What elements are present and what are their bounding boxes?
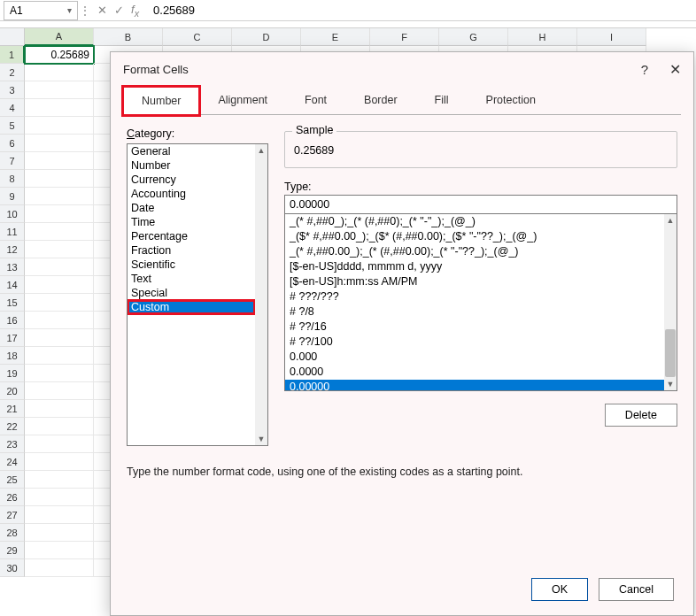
format-listbox[interactable]: _(* #,##0_);_(* (#,##0);_(* "-"_);_(@_)_… <box>284 214 677 391</box>
row-head-28[interactable]: 28 <box>0 524 25 542</box>
cell-A29[interactable] <box>25 542 94 559</box>
fx-icon[interactable]: fx <box>131 3 139 19</box>
cell-A10[interactable] <box>25 205 94 223</box>
row-head-3[interactable]: 3 <box>0 81 25 99</box>
category-item-scientific[interactable]: Scientific <box>128 258 255 272</box>
row-head-25[interactable]: 25 <box>0 471 25 489</box>
category-item-date[interactable]: Date <box>128 201 255 215</box>
cell-A25[interactable] <box>25 471 94 489</box>
tab-fill[interactable]: Fill <box>416 86 468 114</box>
cell-A11[interactable] <box>25 223 94 241</box>
row-head-2[interactable]: 2 <box>0 64 25 81</box>
row-head-23[interactable]: 23 <box>0 435 25 453</box>
row-head-20[interactable]: 20 <box>0 382 25 400</box>
cell-A27[interactable] <box>25 506 94 524</box>
cell-A23[interactable] <box>25 435 94 453</box>
category-item-percentage[interactable]: Percentage <box>128 229 255 243</box>
select-all-corner[interactable] <box>0 28 25 46</box>
cell-A16[interactable] <box>25 312 94 329</box>
cell-A19[interactable] <box>25 365 94 382</box>
col-head-I[interactable]: I <box>577 28 646 46</box>
row-head-8[interactable]: 8 <box>0 170 25 188</box>
row-head-27[interactable]: 27 <box>0 506 25 524</box>
close-icon[interactable]: ✕ <box>669 61 681 78</box>
row-head-15[interactable]: 15 <box>0 294 25 312</box>
row-head-1[interactable]: 1 <box>0 46 25 64</box>
cell-A15[interactable] <box>25 294 94 312</box>
row-head-18[interactable]: 18 <box>0 347 25 365</box>
cell-A24[interactable] <box>25 453 94 471</box>
row-head-12[interactable]: 12 <box>0 241 25 258</box>
format-item[interactable]: # ??/100 <box>285 335 664 350</box>
format-item[interactable]: _($* #,##0.00_);_($* (#,##0.00);_($* "-"… <box>285 229 664 244</box>
cell-A2[interactable] <box>25 64 94 81</box>
category-scrollbar[interactable]: ▲ ▼ <box>255 144 267 445</box>
type-input[interactable] <box>284 195 677 214</box>
cell-A7[interactable] <box>25 152 94 170</box>
col-head-B[interactable]: B <box>94 28 163 46</box>
cell-A13[interactable] <box>25 258 94 276</box>
chevron-down-icon[interactable]: ▾ <box>67 5 72 15</box>
category-item-text[interactable]: Text <box>128 272 255 286</box>
tab-number[interactable]: Number <box>123 87 199 115</box>
row-head-22[interactable]: 22 <box>0 418 25 435</box>
scroll-down-icon[interactable]: ▼ <box>258 433 266 445</box>
cell-A20[interactable] <box>25 382 94 400</box>
format-item[interactable]: [$-en-US]dddd, mmmm d, yyyy <box>285 259 664 274</box>
row-head-19[interactable]: 19 <box>0 365 25 382</box>
row-head-17[interactable]: 17 <box>0 329 25 347</box>
cell-A30[interactable] <box>25 559 94 577</box>
format-item[interactable]: # ???/??? <box>285 289 664 304</box>
row-head-21[interactable]: 21 <box>0 400 25 418</box>
cell-A18[interactable] <box>25 347 94 365</box>
format-item[interactable]: # ??/16 <box>285 320 664 335</box>
row-head-24[interactable]: 24 <box>0 453 25 471</box>
row-head-11[interactable]: 11 <box>0 223 25 241</box>
tab-font[interactable]: Font <box>286 86 345 114</box>
format-item[interactable]: 0.0000 <box>285 365 664 380</box>
cell-A3[interactable] <box>25 81 94 99</box>
scroll-down-icon[interactable]: ▼ <box>667 378 675 390</box>
cell-A21[interactable] <box>25 400 94 418</box>
tab-alignment[interactable]: Alignment <box>199 86 286 114</box>
cell-A28[interactable] <box>25 524 94 542</box>
format-item[interactable]: # ?/8 <box>285 304 664 320</box>
cell-A1[interactable]: 0.25689 <box>25 46 94 64</box>
cell-A14[interactable] <box>25 276 94 294</box>
cell-A22[interactable] <box>25 418 94 435</box>
tab-protection[interactable]: Protection <box>468 86 554 114</box>
row-head-6[interactable]: 6 <box>0 135 25 152</box>
col-head-G[interactable]: G <box>439 28 508 46</box>
format-item[interactable]: [$-en-US]h:mm:ss AM/PM <box>285 274 664 289</box>
help-icon[interactable]: ? <box>641 62 648 77</box>
category-listbox[interactable]: GeneralNumberCurrencyAccountingDateTimeP… <box>127 143 268 446</box>
row-head-26[interactable]: 26 <box>0 489 25 506</box>
cell-A17[interactable] <box>25 329 94 347</box>
cell-A4[interactable] <box>25 99 94 117</box>
cell-A5[interactable] <box>25 117 94 135</box>
col-head-H[interactable]: H <box>508 28 577 46</box>
cell-A6[interactable] <box>25 135 94 152</box>
name-box[interactable]: A1 ▾ <box>4 1 78 20</box>
row-head-4[interactable]: 4 <box>0 99 25 117</box>
col-head-D[interactable]: D <box>232 28 301 46</box>
tab-border[interactable]: Border <box>345 86 416 114</box>
col-head-A[interactable]: A <box>25 28 94 46</box>
row-head-5[interactable]: 5 <box>0 117 25 135</box>
ok-button[interactable]: OK <box>531 578 588 601</box>
enter-icon[interactable]: ✓ <box>114 4 124 17</box>
format-scrollbar[interactable]: ▲ ▼ <box>664 214 677 390</box>
col-head-C[interactable]: C <box>163 28 232 46</box>
col-head-E[interactable]: E <box>301 28 370 46</box>
cell-A9[interactable] <box>25 188 94 205</box>
delete-button[interactable]: Delete <box>605 404 677 427</box>
cell-A8[interactable] <box>25 170 94 188</box>
category-item-fraction[interactable]: Fraction <box>128 243 255 258</box>
row-head-10[interactable]: 10 <box>0 205 25 223</box>
formula-input[interactable]: 0.25689 <box>148 1 692 20</box>
scroll-thumb[interactable] <box>665 329 676 377</box>
category-item-custom[interactable]: Custom <box>128 300 255 314</box>
category-item-general[interactable]: General <box>128 144 255 158</box>
format-item[interactable]: _(* #,##0.00_);_(* (#,##0.00);_(* "-"??_… <box>285 244 664 259</box>
cell-A26[interactable] <box>25 489 94 506</box>
